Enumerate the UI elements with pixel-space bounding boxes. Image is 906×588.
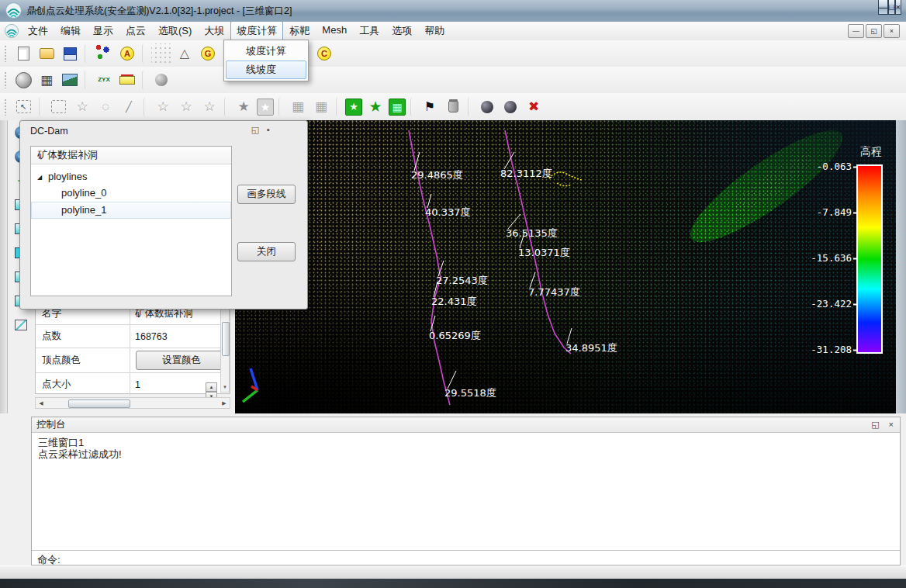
flag-icon[interactable]: ⚑ [420, 97, 440, 117]
dialog-pin-button[interactable]: ▪ [267, 125, 270, 135]
menu-edit[interactable]: 编辑 [54, 21, 87, 41]
green-star-icon[interactable]: ★ [365, 97, 386, 117]
mdi-close-button[interactable]: × [884, 24, 900, 38]
star-sub-select-icon[interactable]: ☆ [176, 97, 196, 117]
scroll-left-icon[interactable]: ◀ [36, 400, 47, 406]
dialog-float-button[interactable]: ◱ [251, 125, 259, 135]
mesh-wire-icon[interactable]: △ [175, 43, 195, 64]
toolbar-separator[interactable] [142, 71, 147, 89]
window-controls: —□× [878, 0, 901, 15]
toolbar-separator[interactable] [468, 98, 472, 116]
set-color-button[interactable]: 设置颜色 [136, 351, 227, 370]
menu-file[interactable]: 文件 [22, 21, 54, 41]
menu-pointcloud[interactable]: 点云 [119, 21, 152, 41]
point-color-icon[interactable] [94, 43, 114, 64]
menu-help[interactable]: 帮助 [418, 21, 451, 41]
console-output[interactable]: 三维窗口1点云采样过滤成功! [32, 433, 900, 550]
menu-mesh[interactable]: Mesh [316, 21, 353, 41]
close-button[interactable]: × [895, 0, 901, 15]
tree-item-polyline-1[interactable]: polyline_1 [31, 202, 231, 219]
c2-tool-icon[interactable]: C [314, 43, 334, 64]
menu-tools[interactable]: 工具 [353, 21, 386, 41]
grid-view-icon[interactable]: ▦ [36, 70, 57, 90]
rect-select-icon[interactable] [51, 100, 66, 113]
scrollbar-thumb[interactable] [68, 399, 130, 408]
scroll-down-icon[interactable]: ▼ [221, 382, 229, 392]
polygon-select-icon[interactable]: ☆ [72, 97, 92, 117]
save-icon[interactable] [60, 43, 80, 64]
mdi-minimize-button[interactable]: — [848, 24, 864, 38]
minimize-button[interactable]: — [878, 0, 888, 15]
delete-x-icon[interactable]: ✖ [524, 97, 544, 117]
sample-points-icon[interactable] [151, 43, 171, 64]
star-inv-select-icon[interactable]: ☆ [199, 97, 220, 117]
slope-dropdown-menu: 坡度计算线坡度 [223, 40, 309, 81]
toolbar-separator[interactable] [278, 98, 283, 116]
toolbar-separator[interactable] [85, 71, 89, 89]
console-float-button[interactable]: ◱ [871, 419, 879, 430]
list-header[interactable]: 矿体数据补洞 [31, 147, 231, 164]
pick-cursor-icon[interactable]: ↖ [16, 100, 31, 113]
window-bottom-edge [0, 579, 906, 588]
tree-root-ploylines[interactable]: ◢ ploylines [31, 169, 231, 185]
menu-target[interactable]: 标靶 [283, 21, 316, 41]
toolbar-grip[interactable] [4, 45, 7, 62]
crop-outside-icon[interactable]: ▦ [311, 97, 331, 117]
toolbar-separator[interactable] [224, 98, 229, 116]
menu-slope[interactable]: 坡度计算 [230, 21, 283, 41]
sphere-dark-red-icon[interactable] [500, 97, 520, 117]
properties-horizontal-scrollbar[interactable]: ◀ ▶ [35, 397, 230, 409]
toolbar-separator[interactable] [39, 98, 43, 116]
keep-selection-icon[interactable]: ★ [345, 99, 362, 116]
maximize-button[interactable]: □ [888, 0, 895, 15]
expander-icon[interactable]: ◢ [37, 170, 42, 185]
trash-icon[interactable] [443, 97, 463, 117]
toolbar-separator[interactable] [336, 98, 341, 116]
new-file-icon[interactable] [13, 43, 33, 64]
menu-options[interactable]: 选项 [386, 21, 418, 41]
globe-icon[interactable] [13, 70, 33, 90]
line-pick-icon[interactable]: ╱ [119, 97, 139, 117]
slope-menu-item-slope-calc[interactable]: 坡度计算 [226, 42, 306, 61]
lasso-select-icon[interactable]: ◌ [95, 97, 116, 117]
menu-display[interactable]: 显示 [87, 21, 119, 41]
g-tool-icon[interactable]: G [198, 43, 218, 64]
title-bar[interactable]: 鼎创点云处理系统(安全监测)V2.1.0[32]-1.project - [三维… [0, 0, 906, 22]
toolbar-separator[interactable] [142, 44, 147, 63]
scroll-right-icon[interactable]: ▶ [219, 400, 230, 406]
console-header[interactable]: 控制台 ◱× [32, 417, 900, 433]
dc-dam-dialog[interactable]: DC-Dam ◱▪ 矿体数据补洞 ◢ ploylines polyline_0p… [19, 120, 308, 310]
green-grid-icon[interactable]: ▦ [389, 99, 406, 116]
measure-icon[interactable] [117, 70, 137, 90]
toolbar-grip[interactable] [4, 71, 7, 88]
sphere-dark-icon[interactable] [477, 97, 497, 117]
crop-inside-icon[interactable]: ▦ [288, 97, 308, 117]
3d-viewport[interactable]: 29.4865度82.3112度40.337度36.5135度13.0371度2… [235, 120, 896, 413]
slope-menu-item-line-slope[interactable]: 线坡度 [226, 61, 306, 79]
point-size-input[interactable]: 1 [135, 379, 140, 390]
view-cube-iso-icon[interactable] [11, 316, 31, 334]
open-file-icon[interactable] [36, 43, 57, 64]
toolbar-grip[interactable] [4, 99, 7, 116]
scrollbar-thumb[interactable] [222, 322, 230, 356]
tree-item-polyline-0[interactable]: polyline_0 [31, 185, 231, 202]
annotate-a-icon[interactable]: A [117, 43, 137, 64]
dialog-close-button[interactable]: 关闭 [237, 242, 296, 261]
toolbar-separator[interactable] [85, 44, 89, 63]
axes-icon[interactable]: ZYX [94, 70, 114, 90]
toolbar-separator[interactable] [144, 98, 148, 116]
star-solid-icon[interactable]: ★ [233, 97, 254, 117]
left-panel-grip[interactable] [0, 120, 8, 413]
star-box-icon[interactable]: ★ [257, 99, 274, 116]
properties-vertical-scrollbar[interactable]: ▼ [220, 304, 230, 393]
menu-select[interactable]: 选取(S) [152, 21, 198, 41]
image-view-icon[interactable] [60, 70, 80, 90]
toolbar-separator[interactable] [410, 98, 415, 116]
spin-up-icon[interactable]: ▲ [206, 382, 217, 392]
sphere-icon[interactable] [151, 70, 171, 90]
console-close-button[interactable]: × [889, 419, 894, 430]
mdi-restore-button[interactable]: ◱ [866, 24, 882, 38]
star-add-select-icon[interactable]: ☆ [153, 97, 173, 117]
draw-polyline-button[interactable]: 画多段线 [237, 185, 296, 204]
menu-dam[interactable]: 大坝 [198, 21, 230, 41]
